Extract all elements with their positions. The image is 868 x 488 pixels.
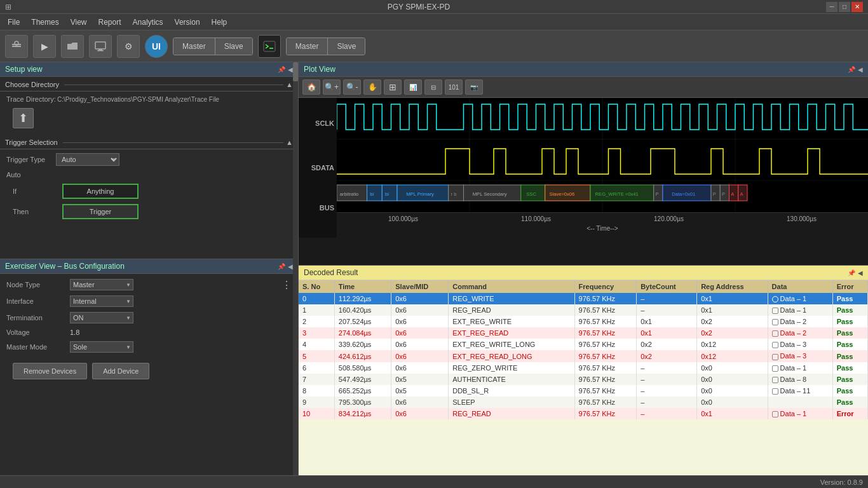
menu-report[interactable]: Report: [93, 17, 126, 28]
termination-label: Termination: [6, 314, 70, 322]
plot-cursor-tool[interactable]: ⊞: [384, 79, 402, 95]
plot-zoom-out-tool[interactable]: 🔍-: [343, 79, 361, 95]
decoded-pin-icon[interactable]: 📌: [848, 269, 855, 276]
terminal-button[interactable]: [258, 35, 281, 58]
slave-button-left[interactable]: Slave: [215, 38, 252, 55]
plot-pin-icon[interactable]: 📌: [848, 66, 855, 73]
left-scrollbar-thumb[interactable]: [293, 62, 298, 81]
exerciser-collapse-icon[interactable]: ◀: [288, 263, 293, 270]
pin-icon[interactable]: 📌: [278, 66, 285, 73]
svg-text:P: P: [722, 191, 725, 197]
plot-collapse-icon[interactable]: ◀: [858, 66, 863, 73]
table-row[interactable]: 2207.524µs0x6EXT_REG_WRITE976.57 KHz0x10…: [299, 316, 868, 327]
svg-rect-4: [98, 49, 102, 50]
section-divider: [64, 85, 283, 85]
remove-devices-button[interactable]: Remove Devices: [13, 363, 87, 379]
if-row: If Anything: [13, 184, 292, 199]
sdata-label: SDATA: [299, 149, 337, 187]
trace-directory-row: Trace Directory: C:\Prodigy_Technovation…: [6, 95, 292, 103]
table-row[interactable]: 10834.212µs0x6REG_READ976.57 KHz–0x1Data…: [299, 408, 868, 419]
termination-select-wrapper: ON: [70, 312, 133, 323]
plot-view-header: Plot View 📌 ◀: [299, 62, 868, 77]
choose-directory-label: Choose Directory: [5, 81, 59, 88]
exerciser-view-header: Exerciser View – Bus Configuration 📌 ◀: [0, 259, 298, 274]
trigger-type-select[interactable]: Auto: [56, 153, 119, 166]
play-button[interactable]: ▶: [33, 35, 56, 58]
trace-directory-value: C:\Prodigy_Technovations\PGY-SPMI Analyz…: [57, 96, 219, 103]
if-field[interactable]: Anything: [62, 184, 139, 199]
col-regaddr: Reg Address: [697, 280, 768, 293]
trigger-collapse[interactable]: ▲: [286, 139, 293, 146]
table-row[interactable]: 8665.252µs0x5DDB_SL_R976.57 KHz–0x0Data …: [299, 385, 868, 396]
decoded-collapse-icon[interactable]: ◀: [858, 269, 863, 276]
ui-button[interactable]: UI: [145, 35, 168, 58]
voltage-row: Voltage 1.8: [6, 329, 292, 336]
master-slave-group-right: Master Slave: [286, 37, 366, 55]
trigger-type-select-wrapper: Auto: [56, 153, 119, 166]
trigger-selection-label: Trigger Selection: [5, 139, 58, 146]
menubar: File Themes View Report Analytics Versio…: [0, 14, 868, 30]
master-mode-select-wrapper: Sole: [70, 341, 133, 353]
table-row[interactable]: 9795.300µs0x6SLEEP976.57 KHz–0x0Pass: [299, 396, 868, 408]
svg-rect-5: [97, 50, 104, 51]
plot-grid-tool[interactable]: ⊟: [424, 79, 442, 95]
statusbar: Version: 0.8.9: [0, 475, 868, 488]
node-type-select[interactable]: Master: [70, 279, 133, 290]
menu-view[interactable]: View: [65, 17, 92, 28]
svg-text:bi: bi: [385, 191, 389, 197]
table-row[interactable]: 1160.420µs0x6REG_READ976.57 KHz–0x1Data …: [299, 304, 868, 316]
trigger-section-divider: [63, 142, 283, 143]
decoded-table-container: S. No Time Slave/MID Command Frequency B…: [299, 280, 868, 475]
menu-themes[interactable]: Themes: [26, 17, 64, 28]
plot-view-controls: 📌 ◀: [848, 66, 863, 73]
close-button[interactable]: ✕: [851, 2, 863, 12]
plot-home-tool[interactable]: 🏠: [302, 79, 320, 95]
termination-select[interactable]: ON: [70, 312, 133, 323]
add-device-button[interactable]: Add Device: [92, 363, 149, 379]
svg-text:P: P: [713, 191, 716, 197]
svg-rect-18: [382, 185, 397, 201]
master-slave-group-left: Master Slave: [173, 37, 253, 55]
table-row[interactable]: 3274.084µs0x6EXT_REG_READ976.57 KHz0x10x…: [299, 327, 868, 339]
minimize-button[interactable]: ─: [826, 2, 837, 12]
settings-button[interactable]: ⚙: [117, 35, 140, 58]
plot-data-tool[interactable]: 101: [445, 79, 463, 95]
home-button[interactable]: [5, 35, 28, 58]
monitor-button[interactable]: [89, 35, 112, 58]
decoded-view-header: Decoded Result 📌 ◀: [299, 266, 868, 280]
menu-analytics[interactable]: Analytics: [128, 17, 168, 28]
table-row[interactable]: 7547.492µs0x5AUTHENTICATE976.57 KHz–0x0D…: [299, 374, 868, 385]
interface-select[interactable]: Internal: [70, 295, 133, 307]
action-buttons: Remove Devices Add Device: [6, 358, 292, 384]
menu-help[interactable]: Help: [207, 17, 233, 28]
folder-button[interactable]: [61, 35, 84, 58]
menu-file[interactable]: File: [3, 17, 25, 28]
maximize-button[interactable]: □: [839, 2, 850, 12]
col-freq: Frequency: [574, 280, 637, 293]
upload-button[interactable]: ⬆: [13, 108, 34, 128]
master-mode-label: Master Mode: [6, 343, 70, 351]
time-label-3: 120.000µs: [654, 215, 684, 222]
plot-measure-tool[interactable]: 📊: [404, 79, 422, 95]
plot-zoom-in-tool[interactable]: 🔍+: [323, 79, 341, 95]
app-icon: ⊞: [5, 3, 11, 11]
choose-directory-collapse[interactable]: ▲: [286, 81, 293, 88]
trigger-button-field[interactable]: Trigger: [62, 204, 139, 219]
table-row[interactable]: 6508.580µs0x6REG_ZERO_WRITE976.57 KHz–0x…: [299, 362, 868, 374]
slave-button-right[interactable]: Slave: [328, 38, 365, 55]
dots-menu[interactable]: ⋮: [281, 279, 292, 291]
plot-pan-tool[interactable]: ✋: [363, 79, 381, 95]
then-label: Then: [13, 208, 57, 215]
collapse-icon[interactable]: ◀: [288, 66, 293, 73]
exerciser-pin-icon[interactable]: 📌: [278, 263, 285, 270]
interface-select-wrapper: Internal: [70, 295, 133, 307]
table-row[interactable]: 0112.292µs0x6REG_WRITE976.57 KHz–0x1Data…: [299, 293, 868, 304]
master-button-left[interactable]: Master: [173, 38, 215, 55]
table-row[interactable]: 4339.620µs0x6EXT_REG_WRITE_LONG976.57 KH…: [299, 339, 868, 350]
master-button-right[interactable]: Master: [287, 38, 329, 55]
menu-version[interactable]: Version: [170, 17, 205, 28]
plot-export-tool[interactable]: 📷: [465, 79, 483, 95]
table-row[interactable]: 5424.612µs0x6EXT_REG_READ_LONG976.57 KHz…: [299, 350, 868, 362]
svg-text:REG_WRITE =0x41: REG_WRITE =0x41: [595, 191, 639, 197]
master-mode-select[interactable]: Sole: [70, 341, 133, 353]
